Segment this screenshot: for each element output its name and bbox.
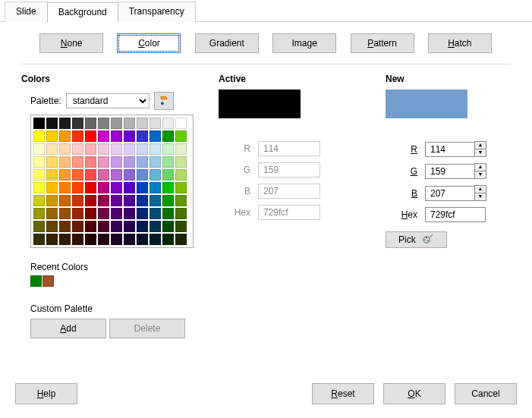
add-custom-color-button[interactable]: Add [30, 319, 106, 338]
color-swatch[interactable] [150, 221, 161, 232]
color-swatch[interactable] [72, 130, 83, 142]
fill-gradient-button[interactable]: Gradient [195, 33, 259, 53]
color-swatch[interactable] [59, 182, 71, 193]
color-swatch[interactable] [46, 143, 58, 155]
color-swatch[interactable] [72, 118, 83, 129]
ok-button[interactable]: OK [383, 383, 445, 404]
new-r-spinner[interactable]: ▲▼ [474, 141, 486, 157]
color-swatch[interactable] [111, 156, 122, 168]
color-swatch[interactable] [111, 195, 122, 206]
new-g-field[interactable] [425, 164, 475, 179]
color-swatch[interactable] [175, 118, 187, 129]
color-swatch[interactable] [85, 143, 96, 155]
color-swatch[interactable] [85, 130, 96, 142]
fill-hatch-button[interactable]: Hatch [428, 33, 492, 53]
recent-color-swatch[interactable] [42, 275, 54, 287]
color-swatch[interactable] [85, 118, 96, 129]
color-swatch[interactable] [111, 221, 122, 232]
color-grid[interactable] [30, 115, 194, 248]
fill-color-button[interactable]: Color [117, 33, 181, 53]
color-swatch[interactable] [124, 208, 135, 219]
color-swatch[interactable] [175, 221, 187, 232]
color-swatch[interactable] [162, 234, 174, 245]
color-swatch[interactable] [137, 221, 148, 232]
palette-select[interactable]: standard [66, 93, 150, 108]
color-swatch[interactable] [150, 156, 161, 168]
color-swatch[interactable] [46, 195, 58, 206]
color-swatch[interactable] [124, 143, 135, 155]
new-hex-field[interactable] [425, 207, 486, 222]
color-swatch[interactable] [175, 195, 187, 206]
color-swatch[interactable] [124, 118, 135, 129]
new-r-field[interactable] [425, 142, 475, 157]
color-swatch[interactable] [175, 143, 187, 155]
color-swatch[interactable] [150, 195, 161, 206]
color-swatch[interactable] [150, 234, 161, 245]
color-swatch[interactable] [150, 169, 161, 181]
color-swatch[interactable] [124, 169, 135, 181]
fill-none-button[interactable]: None [39, 33, 103, 53]
color-swatch[interactable] [59, 221, 71, 232]
color-swatch[interactable] [124, 182, 135, 193]
cancel-button[interactable]: Cancel [455, 383, 517, 404]
color-swatch[interactable] [98, 208, 109, 219]
color-swatch[interactable] [72, 143, 83, 155]
color-swatch[interactable] [137, 143, 148, 155]
fill-image-button[interactable]: Image [272, 33, 336, 53]
color-swatch[interactable] [72, 208, 83, 219]
color-swatch[interactable] [98, 221, 109, 232]
color-swatch[interactable] [72, 221, 83, 232]
color-swatch[interactable] [33, 156, 45, 168]
color-swatch[interactable] [111, 118, 122, 129]
color-swatch[interactable] [162, 221, 174, 232]
color-swatch[interactable] [137, 156, 148, 168]
color-swatch[interactable] [175, 234, 187, 245]
color-swatch[interactable] [85, 182, 96, 193]
color-swatch[interactable] [59, 234, 71, 245]
new-b-spinner[interactable]: ▲▼ [474, 185, 486, 201]
color-swatch[interactable] [98, 130, 109, 142]
color-swatch[interactable] [111, 234, 122, 245]
color-swatch[interactable] [124, 221, 135, 232]
color-swatch[interactable] [33, 182, 45, 193]
recent-color-swatch[interactable] [30, 275, 42, 287]
color-swatch[interactable] [137, 118, 148, 129]
color-swatch[interactable] [137, 182, 148, 193]
color-swatch[interactable] [33, 130, 45, 142]
color-swatch[interactable] [33, 143, 45, 155]
color-swatch[interactable] [137, 169, 148, 181]
color-swatch[interactable] [98, 182, 109, 193]
color-swatch[interactable] [150, 182, 161, 193]
color-swatch[interactable] [137, 195, 148, 206]
color-swatch[interactable] [124, 234, 135, 245]
color-swatch[interactable] [150, 118, 161, 129]
color-swatch[interactable] [124, 156, 135, 168]
color-swatch[interactable] [150, 130, 161, 142]
color-swatch[interactable] [98, 156, 109, 168]
color-swatch[interactable] [162, 182, 174, 193]
color-swatch[interactable] [150, 143, 161, 155]
color-swatch[interactable] [175, 130, 187, 142]
color-swatch[interactable] [85, 221, 96, 232]
color-swatch[interactable] [175, 182, 187, 193]
color-swatch[interactable] [175, 156, 187, 168]
color-swatch[interactable] [33, 234, 45, 245]
color-swatch[interactable] [46, 182, 58, 193]
new-g-spinner[interactable]: ▲▼ [474, 163, 486, 179]
color-swatch[interactable] [33, 221, 45, 232]
color-swatch[interactable] [111, 169, 122, 181]
color-swatch[interactable] [59, 118, 71, 129]
color-swatch[interactable] [85, 208, 96, 219]
color-swatch[interactable] [98, 118, 109, 129]
color-swatch[interactable] [111, 130, 122, 142]
color-swatch[interactable] [72, 195, 83, 206]
color-swatch[interactable] [85, 156, 96, 168]
color-swatch[interactable] [46, 130, 58, 142]
color-swatch[interactable] [162, 156, 174, 168]
color-swatch[interactable] [72, 234, 83, 245]
color-swatch[interactable] [33, 118, 45, 129]
color-swatch[interactable] [98, 195, 109, 206]
color-swatch[interactable] [111, 208, 122, 219]
color-swatch[interactable] [59, 208, 71, 219]
color-swatch[interactable] [85, 195, 96, 206]
